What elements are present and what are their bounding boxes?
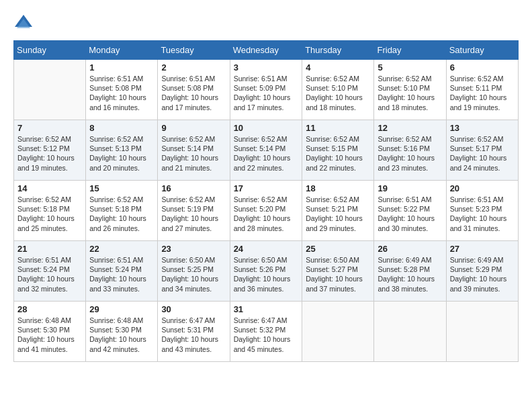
calendar-cell: 29Sunrise: 6:48 AMSunset: 5:30 PMDayligh… xyxy=(86,302,158,362)
calendar-cell: 9Sunrise: 6:52 AMSunset: 5:14 PMDaylight… xyxy=(158,120,230,181)
calendar-cell xyxy=(14,60,86,120)
day-info: Sunrise: 6:50 AMSunset: 5:27 PMDaylight:… xyxy=(306,255,370,293)
day-number: 4 xyxy=(306,62,370,73)
day-number: 21 xyxy=(17,244,82,254)
day-info: Sunrise: 6:52 AMSunset: 5:17 PMDaylight:… xyxy=(450,134,515,173)
day-number: 19 xyxy=(378,183,442,193)
calendar-cell: 10Sunrise: 6:52 AMSunset: 5:14 PMDayligh… xyxy=(230,120,302,181)
calendar-cell xyxy=(302,302,374,362)
day-number: 14 xyxy=(17,183,82,193)
day-info: Sunrise: 6:49 AMSunset: 5:28 PMDaylight:… xyxy=(378,255,442,293)
week-row-2: 7Sunrise: 6:52 AMSunset: 5:12 PMDaylight… xyxy=(14,120,519,181)
day-number: 29 xyxy=(89,304,154,314)
calendar-cell xyxy=(446,302,518,362)
day-number: 20 xyxy=(450,183,515,193)
week-row-5: 28Sunrise: 6:48 AMSunset: 5:30 PMDayligh… xyxy=(14,302,519,362)
day-info: Sunrise: 6:52 AMSunset: 5:18 PMDaylight:… xyxy=(89,195,154,233)
day-number: 3 xyxy=(234,62,299,73)
day-info: Sunrise: 6:49 AMSunset: 5:29 PMDaylight:… xyxy=(450,255,515,293)
calendar-cell: 4Sunrise: 6:52 AMSunset: 5:10 PMDaylight… xyxy=(302,60,374,120)
day-info: Sunrise: 6:52 AMSunset: 5:18 PMDaylight:… xyxy=(17,195,82,233)
day-number: 10 xyxy=(234,123,299,133)
calendar-cell: 5Sunrise: 6:52 AMSunset: 5:10 PMDaylight… xyxy=(374,60,446,120)
day-info: Sunrise: 6:50 AMSunset: 5:26 PMDaylight:… xyxy=(234,255,299,293)
day-info: Sunrise: 6:48 AMSunset: 5:30 PMDaylight:… xyxy=(17,316,82,354)
header-thursday: Thursday xyxy=(302,41,374,60)
day-number: 12 xyxy=(378,123,442,133)
day-info: Sunrise: 6:48 AMSunset: 5:30 PMDaylight:… xyxy=(89,316,154,354)
header xyxy=(13,13,519,34)
day-number: 25 xyxy=(306,244,370,254)
logo xyxy=(13,13,36,34)
day-number: 30 xyxy=(161,304,226,314)
calendar-cell: 14Sunrise: 6:52 AMSunset: 5:18 PMDayligh… xyxy=(14,181,86,241)
day-info: Sunrise: 6:51 AMSunset: 5:08 PMDaylight:… xyxy=(89,74,154,112)
header-monday: Monday xyxy=(86,41,158,60)
calendar-cell: 12Sunrise: 6:52 AMSunset: 5:16 PMDayligh… xyxy=(374,120,446,181)
calendar-cell: 3Sunrise: 6:51 AMSunset: 5:09 PMDaylight… xyxy=(230,60,302,120)
day-info: Sunrise: 6:52 AMSunset: 5:14 PMDaylight:… xyxy=(234,134,299,173)
week-row-4: 21Sunrise: 6:51 AMSunset: 5:24 PMDayligh… xyxy=(14,241,519,302)
header-sunday: Sunday xyxy=(14,41,86,60)
header-friday: Friday xyxy=(374,41,446,60)
day-number: 16 xyxy=(161,183,226,193)
calendar-cell: 15Sunrise: 6:52 AMSunset: 5:18 PMDayligh… xyxy=(86,181,158,241)
calendar-cell: 17Sunrise: 6:52 AMSunset: 5:20 PMDayligh… xyxy=(230,181,302,241)
day-info: Sunrise: 6:51 AMSunset: 5:08 PMDaylight:… xyxy=(161,74,226,112)
calendar-cell: 25Sunrise: 6:50 AMSunset: 5:27 PMDayligh… xyxy=(302,241,374,302)
calendar-cell: 21Sunrise: 6:51 AMSunset: 5:24 PMDayligh… xyxy=(14,241,86,302)
day-number: 13 xyxy=(450,123,515,133)
day-number: 23 xyxy=(161,244,226,254)
calendar-cell: 24Sunrise: 6:50 AMSunset: 5:26 PMDayligh… xyxy=(230,241,302,302)
day-info: Sunrise: 6:47 AMSunset: 5:31 PMDaylight:… xyxy=(161,316,226,354)
day-number: 2 xyxy=(161,62,226,73)
calendar-cell: 1Sunrise: 6:51 AMSunset: 5:08 PMDaylight… xyxy=(86,60,158,120)
day-info: Sunrise: 6:52 AMSunset: 5:11 PMDaylight:… xyxy=(450,74,515,112)
day-number: 18 xyxy=(306,183,370,193)
day-number: 17 xyxy=(234,183,299,193)
calendar-header-row: SundayMondayTuesdayWednesdayThursdayFrid… xyxy=(14,41,519,60)
calendar-cell xyxy=(374,302,446,362)
day-number: 27 xyxy=(450,244,515,254)
day-info: Sunrise: 6:52 AMSunset: 5:19 PMDaylight:… xyxy=(161,195,226,233)
calendar-cell: 8Sunrise: 6:52 AMSunset: 5:13 PMDaylight… xyxy=(86,120,158,181)
calendar-table: SundayMondayTuesdayWednesdayThursdayFrid… xyxy=(13,40,519,362)
calendar-cell: 2Sunrise: 6:51 AMSunset: 5:08 PMDaylight… xyxy=(158,60,230,120)
day-number: 9 xyxy=(161,123,226,133)
day-number: 11 xyxy=(306,123,370,133)
calendar-cell: 28Sunrise: 6:48 AMSunset: 5:30 PMDayligh… xyxy=(14,302,86,362)
header-saturday: Saturday xyxy=(446,41,518,60)
day-number: 28 xyxy=(17,304,82,314)
day-number: 24 xyxy=(234,244,299,254)
day-number: 7 xyxy=(17,123,82,133)
day-number: 15 xyxy=(89,183,154,193)
day-number: 8 xyxy=(89,123,154,133)
day-info: Sunrise: 6:52 AMSunset: 5:12 PMDaylight:… xyxy=(17,134,82,173)
calendar-cell: 19Sunrise: 6:51 AMSunset: 5:22 PMDayligh… xyxy=(374,181,446,241)
day-info: Sunrise: 6:51 AMSunset: 5:24 PMDaylight:… xyxy=(17,255,82,293)
calendar-cell: 6Sunrise: 6:52 AMSunset: 5:11 PMDaylight… xyxy=(446,60,518,120)
day-number: 6 xyxy=(450,62,515,73)
day-info: Sunrise: 6:51 AMSunset: 5:24 PMDaylight:… xyxy=(89,255,154,293)
day-number: 26 xyxy=(378,244,442,254)
calendar-cell: 23Sunrise: 6:50 AMSunset: 5:25 PMDayligh… xyxy=(158,241,230,302)
calendar-cell: 20Sunrise: 6:51 AMSunset: 5:23 PMDayligh… xyxy=(446,181,518,241)
calendar-cell: 26Sunrise: 6:49 AMSunset: 5:28 PMDayligh… xyxy=(374,241,446,302)
day-info: Sunrise: 6:51 AMSunset: 5:23 PMDaylight:… xyxy=(450,195,515,233)
day-info: Sunrise: 6:52 AMSunset: 5:21 PMDaylight:… xyxy=(306,195,370,233)
day-info: Sunrise: 6:52 AMSunset: 5:20 PMDaylight:… xyxy=(234,195,299,233)
calendar-cell: 18Sunrise: 6:52 AMSunset: 5:21 PMDayligh… xyxy=(302,181,374,241)
day-info: Sunrise: 6:52 AMSunset: 5:13 PMDaylight:… xyxy=(89,134,154,173)
header-tuesday: Tuesday xyxy=(158,41,230,60)
day-number: 5 xyxy=(378,62,442,73)
week-row-1: 1Sunrise: 6:51 AMSunset: 5:08 PMDaylight… xyxy=(14,60,519,120)
calendar-cell: 16Sunrise: 6:52 AMSunset: 5:19 PMDayligh… xyxy=(158,181,230,241)
calendar-cell: 13Sunrise: 6:52 AMSunset: 5:17 PMDayligh… xyxy=(446,120,518,181)
header-wednesday: Wednesday xyxy=(230,41,302,60)
day-info: Sunrise: 6:52 AMSunset: 5:10 PMDaylight:… xyxy=(378,74,442,112)
day-info: Sunrise: 6:52 AMSunset: 5:15 PMDaylight:… xyxy=(306,134,370,173)
day-info: Sunrise: 6:47 AMSunset: 5:32 PMDaylight:… xyxy=(234,316,299,354)
logo-icon xyxy=(13,13,34,34)
calendar-cell: 30Sunrise: 6:47 AMSunset: 5:31 PMDayligh… xyxy=(158,302,230,362)
day-number: 1 xyxy=(89,62,154,73)
